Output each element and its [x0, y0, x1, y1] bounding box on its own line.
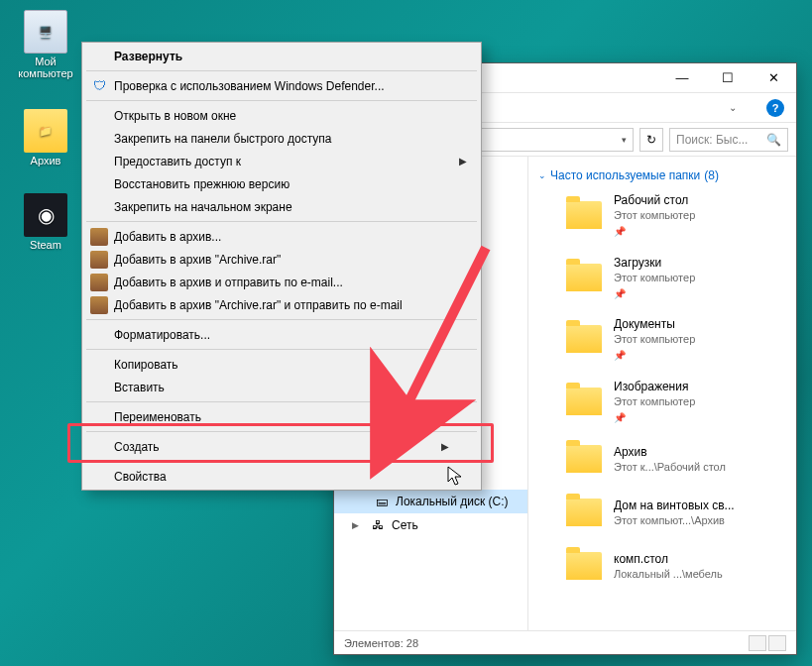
- nav-item-network[interactable]: ▶ 🖧 Сеть: [334, 513, 527, 537]
- status-count: 28: [406, 637, 418, 649]
- folder-location: Локальный ...\мебель: [614, 567, 723, 582]
- folder-item[interactable]: Рабочий столЭтот компьютер📌: [538, 192, 786, 239]
- ctx-add-archive-rar[interactable]: Добавить в архив "Archive.rar": [84, 248, 479, 271]
- folder-icon: [564, 547, 604, 585]
- folder-item[interactable]: АрхивЭтот к...\Рабочий стол: [538, 440, 786, 478]
- ctx-expand[interactable]: Развернуть: [84, 45, 479, 67]
- expand-icon[interactable]: ▶: [352, 520, 364, 530]
- chevron-right-icon: ▶: [441, 441, 449, 452]
- ctx-add-archive-rar-email[interactable]: Добавить в архив "Archive.rar" и отправи…: [84, 293, 479, 316]
- nav-item-local-disk-c[interactable]: 🖴 Локальный диск (C:): [334, 490, 527, 513]
- network-icon: 🖧: [370, 517, 386, 533]
- folder-icon: [564, 440, 604, 478]
- help-icon[interactable]: ?: [766, 99, 784, 117]
- desktop-icon-label: Steam: [8, 239, 83, 251]
- section-title: Часто используемые папки: [550, 168, 700, 182]
- desktop-icon-label: Мой компьютер: [8, 56, 83, 79]
- search-input[interactable]: Поиск: Быс... 🔍: [669, 128, 788, 152]
- folder-name: Дом на винтовых св...: [614, 498, 735, 513]
- ctx-create[interactable]: Создать▶: [84, 435, 479, 458]
- winrar-icon: [90, 274, 108, 291]
- ctx-paste[interactable]: Вставить: [84, 376, 479, 398]
- folder-name: Загрузки: [614, 255, 695, 271]
- view-large-button[interactable]: [768, 635, 786, 651]
- ctx-give-access[interactable]: Предоставить доступ к▶: [84, 150, 479, 172]
- refresh-button[interactable]: ↻: [639, 128, 663, 152]
- folder-name: Архив: [614, 444, 726, 460]
- maximize-button[interactable]: ☐: [705, 63, 751, 93]
- folder-icon: [564, 494, 604, 531]
- ctx-rename[interactable]: Переименовать: [84, 405, 479, 428]
- ctx-add-archive[interactable]: Добавить в архив...: [84, 225, 479, 248]
- pin-icon: 📌: [614, 411, 695, 425]
- desktop-icon-archive[interactable]: 📁 Архив: [8, 109, 83, 166]
- ctx-properties[interactable]: Свойства: [84, 465, 479, 488]
- folder-item[interactable]: ДокументыЭтот компьютер📌: [538, 316, 786, 363]
- shield-icon: 🛡: [90, 77, 108, 95]
- nav-label: Сеть: [392, 518, 418, 532]
- computer-icon: 🖥️: [24, 10, 67, 54]
- folder-icon: [564, 259, 604, 296]
- status-label: Элементов:: [344, 637, 404, 649]
- status-bar: Элементов: 28: [334, 630, 796, 654]
- ctx-pin-start[interactable]: Закрепить на начальном экране: [84, 195, 479, 218]
- folder-icon: [564, 320, 604, 358]
- context-menu: Развернуть 🛡 Проверка с использованием W…: [81, 42, 482, 491]
- folder-location: Этот компьютер: [614, 271, 695, 285]
- nav-label: Локальный диск (C:): [396, 495, 509, 508]
- winrar-icon: [90, 296, 108, 314]
- folder-name: Рабочий стол: [614, 192, 695, 208]
- folder-name: Изображения: [614, 379, 695, 394]
- folder-item[interactable]: комп.столЛокальный ...\мебель: [538, 547, 786, 585]
- folder-item[interactable]: Дом на винтовых св...Этот компьют...\Арх…: [538, 494, 786, 531]
- ctx-format[interactable]: Форматировать...: [84, 323, 479, 346]
- chevron-right-icon: ▶: [459, 156, 467, 166]
- folder-location: Этот компьютер: [614, 332, 695, 347]
- folder-icon: [564, 196, 604, 234]
- close-button[interactable]: ✕: [751, 63, 796, 93]
- winrar-icon: [90, 251, 108, 269]
- pin-icon: 📌: [614, 225, 695, 239]
- minimize-button[interactable]: —: [659, 63, 705, 93]
- folder-location: Этот компьют...\Архив: [614, 513, 735, 528]
- desktop-icon-steam[interactable]: ◉ Steam: [8, 193, 83, 251]
- section-count: (8): [704, 168, 719, 182]
- search-icon: 🔍: [766, 133, 781, 147]
- folder-location: Этот компьютер: [614, 394, 695, 409]
- folder-location: Этот к...\Рабочий стол: [614, 460, 726, 475]
- folder-location: Этот компьютер: [614, 208, 695, 223]
- pin-icon: 📌: [614, 287, 695, 301]
- ctx-defender[interactable]: 🛡 Проверка с использованием Windows Defe…: [84, 74, 479, 97]
- ctx-copy[interactable]: Копировать: [84, 353, 479, 376]
- ctx-pin-quick-access[interactable]: Закрепить на панели быстрого доступа: [84, 127, 479, 150]
- folder-item[interactable]: ИзображенияЭтот компьютер📌: [538, 379, 786, 425]
- pin-icon: 📌: [614, 349, 695, 363]
- ctx-open-new-window[interactable]: Открыть в новом окне: [84, 104, 479, 127]
- chevron-down-icon[interactable]: ▾: [622, 135, 627, 145]
- ctx-add-archive-email[interactable]: Добавить в архив и отправить по e-mail..…: [84, 271, 479, 293]
- folder-name: Документы: [614, 316, 695, 332]
- desktop-icon-label: Архив: [8, 155, 83, 166]
- chevron-down-icon: ⌄: [538, 170, 546, 180]
- ctx-restore-version[interactable]: Восстановить прежнюю версию: [84, 172, 479, 195]
- desktop-icon-my-computer[interactable]: 🖥️ Мой компьютер: [8, 10, 83, 79]
- content-pane: ⌄ Часто используемые папки (8) Рабочий с…: [528, 157, 796, 630]
- folder-item[interactable]: ЗагрузкиЭтот компьютер📌: [538, 255, 786, 301]
- view-details-button[interactable]: [749, 635, 766, 651]
- folder-icon: [564, 383, 604, 420]
- section-header-frequent[interactable]: ⌄ Часто используемые папки (8): [538, 168, 786, 182]
- winrar-icon: [90, 228, 108, 246]
- folder-icon: 📁: [24, 109, 67, 153]
- search-placeholder: Поиск: Быс...: [676, 133, 748, 147]
- ribbon-expand-icon[interactable]: ⌄: [729, 102, 737, 113]
- folder-name: комп.стол: [614, 551, 723, 567]
- steam-icon: ◉: [24, 193, 67, 237]
- drive-icon: 🖴: [374, 494, 390, 509]
